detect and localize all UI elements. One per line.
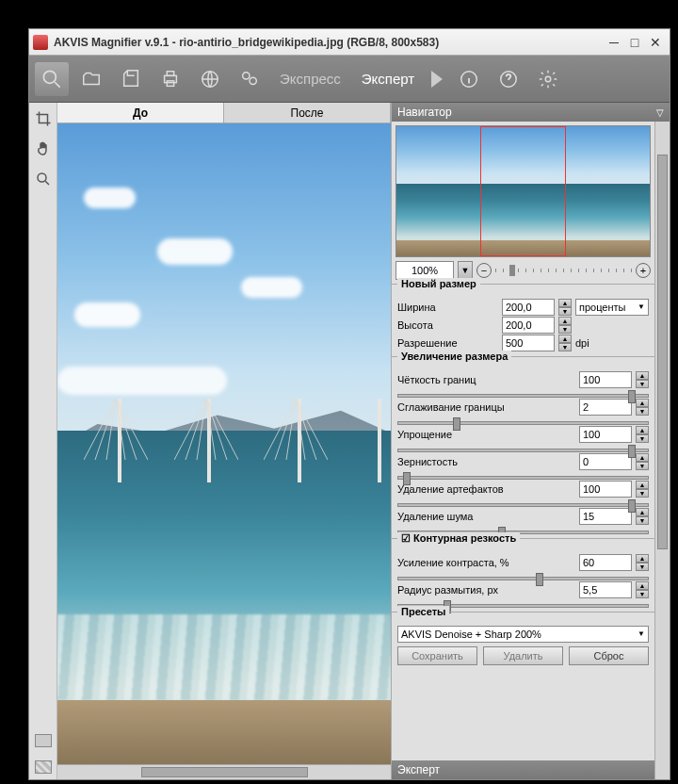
horizontal-scrollbar[interactable]	[57, 764, 391, 779]
save-icon[interactable]	[114, 62, 148, 96]
maximize-button[interactable]: □	[624, 34, 645, 51]
section-newsize: Новый размер	[397, 278, 480, 289]
svg-rect-3	[167, 80, 173, 86]
svg-point-0	[43, 71, 56, 83]
zoom-slider[interactable]	[495, 269, 632, 272]
height-input[interactable]: 200,0	[502, 317, 555, 334]
contrast-slider[interactable]	[397, 577, 649, 580]
zoom-in-icon[interactable]: +	[636, 263, 651, 278]
smooth-slider[interactable]	[397, 421, 649, 425]
edge-slider[interactable]	[397, 394, 649, 398]
vertical-scrollbar[interactable]	[654, 122, 670, 779]
grain-input[interactable]: 0	[579, 453, 632, 470]
resolution-label: Разрешение	[397, 337, 498, 349]
crop-icon[interactable]	[33, 108, 54, 129]
open-icon[interactable]	[74, 62, 108, 96]
svg-point-9	[545, 76, 551, 82]
tab-before[interactable]: До	[57, 103, 224, 122]
swatch-2[interactable]	[35, 760, 52, 774]
svg-line-24	[275, 399, 296, 460]
zoom-out-icon[interactable]: −	[476, 263, 492, 278]
magnifier-tool-icon[interactable]	[35, 62, 69, 96]
resolution-input[interactable]: 500	[502, 335, 555, 351]
simplify-slider[interactable]	[397, 449, 649, 452]
info-icon[interactable]	[452, 62, 486, 96]
svg-line-27	[296, 399, 316, 460]
section-presets: Пресеты	[397, 606, 449, 617]
expert-mode[interactable]: Эксперт	[354, 71, 422, 87]
collapse-icon[interactable]: ▽	[656, 107, 664, 118]
spin-down[interactable]: ▼	[558, 307, 572, 316]
navigator-preview[interactable]	[396, 125, 651, 257]
smooth-input[interactable]: 2	[579, 399, 632, 416]
minimize-button[interactable]: ─	[604, 34, 624, 51]
simplify-input[interactable]: 100	[579, 426, 632, 443]
svg-line-12	[95, 399, 116, 460]
express-mode[interactable]: Экспресс	[272, 71, 348, 87]
hand-icon[interactable]	[33, 139, 54, 159]
delete-preset-button[interactable]: Удалить	[483, 646, 563, 665]
radius-input[interactable]: 5,5	[579, 581, 632, 598]
settings-icon[interactable]	[531, 62, 565, 96]
svg-point-10	[38, 173, 46, 182]
svg-line-18	[186, 399, 206, 460]
save-preset-button[interactable]: Сохранить	[397, 646, 477, 665]
swatch-1[interactable]	[35, 734, 52, 747]
svg-line-15	[116, 399, 137, 460]
height-label: Высота	[397, 319, 498, 331]
zoom-dropdown[interactable]: ▼	[458, 261, 473, 280]
contrast-input[interactable]: 60	[579, 554, 632, 571]
section-enlarge: Увеличение размера	[397, 351, 511, 362]
zoom-icon[interactable]	[33, 169, 54, 189]
footer-label: Эксперт	[397, 763, 440, 776]
reset-preset-button[interactable]: Сброс	[569, 646, 649, 665]
close-button[interactable]: ✕	[645, 34, 666, 51]
navigator-title: Навигатор	[397, 106, 452, 119]
spin-up[interactable]: ▲	[558, 299, 572, 307]
grain-slider[interactable]	[397, 476, 649, 480]
zoom-value[interactable]: 100%	[396, 261, 454, 280]
noise-input[interactable]: 15	[579, 508, 632, 525]
svg-rect-2	[167, 71, 173, 75]
app-icon	[33, 35, 48, 50]
preset-select[interactable]: AKVIS Denoise + Sharp 200%▼	[397, 626, 649, 643]
tab-after[interactable]: После	[224, 103, 391, 122]
width-label: Ширина	[397, 302, 498, 313]
width-input[interactable]: 200,0	[502, 299, 555, 316]
print-icon[interactable]	[153, 62, 187, 96]
svg-point-6	[250, 77, 256, 84]
run-button[interactable]	[431, 71, 443, 88]
edge-input[interactable]: 100	[579, 371, 632, 388]
window-title: AKVIS Magnifier v.9.1 - rio-antirio_brid…	[54, 36, 604, 49]
artifact-input[interactable]: 100	[579, 481, 632, 498]
svg-line-21	[206, 399, 227, 460]
section-unsharp[interactable]: Контурная резкость	[397, 532, 520, 545]
web-icon[interactable]	[193, 62, 227, 96]
svg-point-5	[243, 72, 250, 78]
units-select[interactable]: проценты▼	[575, 299, 649, 316]
batch-icon[interactable]	[233, 62, 266, 96]
image-canvas[interactable]	[57, 123, 391, 764]
artifact-slider[interactable]	[397, 503, 649, 507]
help-icon[interactable]	[492, 62, 525, 96]
